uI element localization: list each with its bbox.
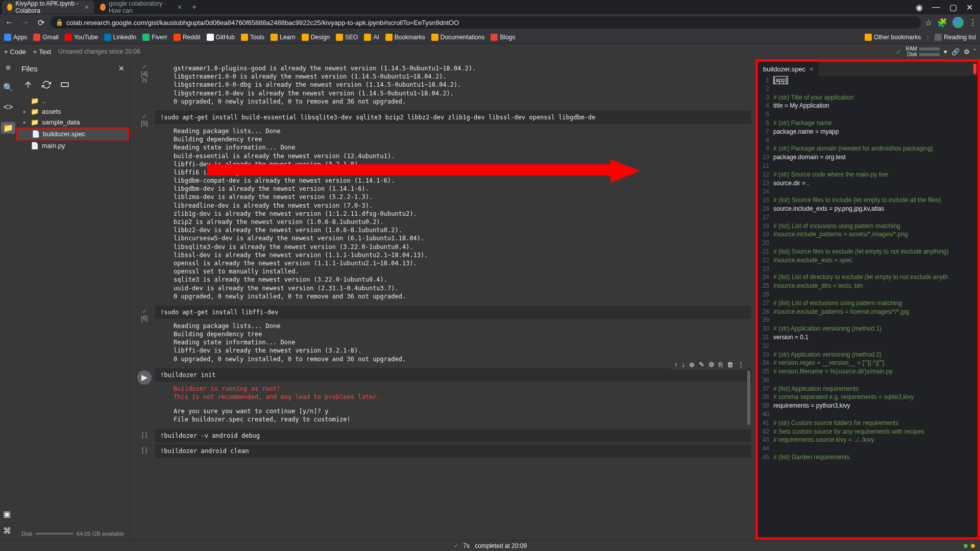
tree-item-buildozer-spec[interactable]: 📄buildozer.spec [16, 128, 129, 140]
add-text-button[interactable]: +Text [33, 48, 51, 56]
editor-line[interactable]: 21# (list) Source files to exclude (let … [758, 247, 977, 256]
editor-line[interactable]: 10package.domain = org.test [758, 153, 977, 162]
command-icon[interactable]: ⌘ [3, 526, 11, 536]
cell-1[interactable]: ✓[5]!sudo apt-get install build-essentia… [134, 111, 751, 304]
back-button[interactable]: ← [3, 16, 15, 29]
youtube-bookmark[interactable]: YouTube [65, 34, 98, 41]
avatar[interactable] [952, 17, 964, 28]
maximize-icon[interactable]: ▢ [949, 3, 957, 12]
editor-line[interactable]: 6# (str) Package name [758, 119, 977, 128]
close-icon[interactable]: × [810, 65, 814, 73]
editor-line[interactable]: 23 [758, 265, 977, 273]
editor-line[interactable]: 32 [758, 342, 977, 350]
editor-line[interactable]: 43# requirements.source.kivy = ../../kiv… [758, 436, 977, 444]
editor-line[interactable]: 15# (list) Source files to include (let … [758, 196, 977, 205]
blogs-bookmark[interactable]: Blogs [491, 34, 515, 41]
editor-line[interactable]: 19#source.include_patterns = assets/*,im… [758, 230, 977, 239]
editor-line[interactable]: 12# (str) Source code where the main.py … [758, 170, 977, 179]
gear-icon[interactable]: ⚙ [964, 48, 970, 56]
scrollbar[interactable] [747, 370, 750, 425]
editor-line[interactable]: 4title = My Application [758, 102, 977, 110]
editor-tab[interactable]: buildozer.spec × [758, 62, 819, 76]
editor-line[interactable]: 30# (str) Application versioning (method… [758, 324, 977, 333]
gmail-bookmark[interactable]: Gmail [33, 34, 58, 41]
extensions-icon[interactable]: 🧩 [937, 18, 947, 28]
editor-line[interactable]: 25#source.exclude_dirs = tests, bin [758, 282, 977, 290]
cell-4[interactable]: [ ]!buildozer -v android debug [134, 429, 751, 442]
tree-item---[interactable]: 📁.. [16, 95, 129, 106]
terminal-icon[interactable]: ▣ [3, 509, 11, 519]
editor-line[interactable]: 17 [758, 213, 977, 222]
cell-2[interactable]: ✓[6]!sudo apt-get install libffi-devRead… [134, 306, 751, 366]
link-icon[interactable]: ⊕ [689, 361, 695, 368]
chevron-down-icon[interactable]: ▾ [944, 48, 947, 56]
editor-line[interactable]: 42# Sets custom source for any requireme… [758, 428, 977, 436]
editor-line[interactable]: 1[app] [758, 76, 977, 85]
reload-button[interactable]: ⟳ [36, 16, 46, 30]
add-code-button[interactable]: +Code [4, 48, 26, 56]
editor-line[interactable]: 18# (list) List of inclusions using patt… [758, 222, 977, 231]
editor-line[interactable]: 39requirements = python3,kivy [758, 402, 977, 410]
minimize-icon[interactable]: — [932, 3, 940, 12]
url-input[interactable]: 🔒 colab.research.google.com/gist/kaustub… [51, 16, 921, 29]
new-tab-button[interactable]: + [188, 3, 201, 12]
editor-line[interactable]: 27# (list) List of exclusions using patt… [758, 299, 977, 308]
editor-line[interactable]: 11 [758, 162, 977, 170]
close-icon[interactable]: × [118, 63, 124, 74]
reading-list[interactable]: Reading list [935, 34, 976, 41]
close-icon[interactable]: × [178, 3, 182, 11]
editor-line[interactable]: 41# (str) Custom source folders for requ… [758, 419, 977, 428]
editor-line[interactable]: 8 [758, 136, 977, 145]
reddit-bookmark[interactable]: Reddit [174, 34, 201, 41]
delete-icon[interactable]: 🗑 [727, 361, 733, 368]
move-up-icon[interactable]: ↑ [674, 361, 678, 368]
tree-item-sample_data[interactable]: ▸📁sample_data [16, 117, 129, 128]
close-icon[interactable]: × [85, 3, 89, 11]
forward-button[interactable]: → [19, 16, 32, 29]
editor-line[interactable]: 35# version.filename = %(source.dir)s/ma… [758, 367, 977, 376]
fiverr-bookmark[interactable]: Fiverr [142, 34, 167, 41]
code-icon[interactable]: <> [4, 103, 13, 112]
editor-line[interactable]: 14 [758, 187, 977, 196]
browser-tab-active[interactable]: KivyApp to APK.ipynb - Colabora × [2, 1, 94, 14]
tree-item-main-py[interactable]: 📄main.py [16, 140, 129, 151]
docs-bookmark[interactable]: Documentations [431, 34, 485, 41]
code-input[interactable]: !buildozer android clean [155, 444, 751, 458]
code-input[interactable]: !sudo apt-get install build-essential li… [155, 111, 751, 124]
editor-line[interactable]: 37# (list) Application requirements [758, 385, 977, 393]
apps-bookmark[interactable]: Apps [4, 34, 27, 41]
cell-3[interactable]: ↑ ↓ ⊕ ✎ ⚙ ⎘ 🗑 ⋮ ▶!buildozer initBuildoze… [134, 368, 751, 427]
gear-icon[interactable]: ⚙ [708, 361, 715, 368]
editor-line[interactable]: 38# comma separated e.g. requirements = … [758, 393, 977, 402]
editor-line[interactable]: 24# (list) List of directory to exclude … [758, 273, 977, 282]
editor-line[interactable]: 7package.name = myapp [758, 128, 977, 136]
chevron-up-icon[interactable]: ˇ [974, 48, 976, 56]
bookmarks-folder[interactable]: Bookmarks [385, 34, 425, 41]
editor-line[interactable]: 13source.dir = . [758, 179, 977, 188]
folder-icon[interactable]: 📁 [1, 122, 15, 134]
run-button[interactable]: ▶ [137, 370, 152, 385]
editor-line[interactable]: 33# (str) Application versioning (method… [758, 350, 977, 359]
code-input[interactable]: !buildozer -v android debug [155, 429, 751, 442]
github-bookmark[interactable]: GitHub [207, 34, 235, 41]
editor-line[interactable]: 44 [758, 444, 977, 453]
editor-line[interactable]: 28#source.exclude_patterns = license,ima… [758, 308, 977, 316]
browser-tab-inactive[interactable]: google colaboratory - How can × [95, 1, 187, 14]
editor-line[interactable]: 22#source.exclude_exts = spec [758, 256, 977, 265]
other-bookmarks[interactable]: Other bookmarks [865, 34, 921, 41]
mount-drive-icon[interactable] [60, 80, 69, 89]
move-down-icon[interactable]: ↓ [682, 361, 685, 368]
cell-5[interactable]: [ ]!buildozer android clean [134, 444, 751, 458]
mirror-icon[interactable]: ⎘ [719, 361, 723, 368]
editor-line[interactable]: 9# (str) Package domain (needed for andr… [758, 144, 977, 153]
design-bookmark[interactable]: Design [302, 34, 330, 41]
learn-bookmark[interactable]: Learn [271, 34, 296, 41]
comment-icon[interactable]: ✎ [699, 361, 704, 368]
tree-item-assets[interactable]: ▸📁assets [16, 106, 129, 117]
editor-line[interactable]: 5 [758, 110, 977, 119]
editor-line[interactable]: 26 [758, 290, 977, 299]
editor-line[interactable]: 16source.include_exts = py,png,jpg,kv,at… [758, 205, 977, 213]
ai-bookmark[interactable]: AI [364, 34, 379, 41]
editor-content[interactable]: 1[app]23# (str) Title of your applicatio… [758, 76, 977, 537]
resource-indicator[interactable]: RAM Disk [905, 46, 939, 57]
